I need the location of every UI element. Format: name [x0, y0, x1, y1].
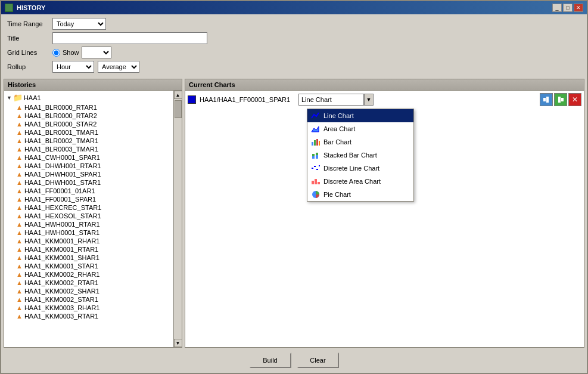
chart-remove-button[interactable]: ✕	[568, 93, 581, 106]
svg-rect-5	[312, 142, 313, 146]
svg-rect-3	[558, 97, 561, 103]
tree-item-icon: ▲	[16, 104, 23, 111]
time-range-select[interactable]: Today Last Hour Last Day Last Week	[52, 18, 106, 30]
list-item[interactable]: ▲ HAA1_BLR0002_TMAR1	[4, 137, 173, 145]
tree-item-label: HAA1_KKM0003_RTAR1	[24, 313, 98, 320]
list-item[interactable]: ▲ HAA1_KKM0001_RHAR1	[4, 237, 173, 245]
dropdown-option-label: Pie Chart	[323, 191, 351, 198]
scroll-down-button[interactable]: ▼	[174, 339, 182, 347]
list-item[interactable]: ▲ HAA1_KKM0001_RTAR1	[4, 245, 173, 254]
scroll-up-button[interactable]: ▲	[174, 91, 182, 99]
dropdown-option-stacked-bar-chart[interactable]: Stacked Bar Chart	[307, 149, 413, 162]
tree-item-label: HAA1_KKM0003_RHAR1	[24, 304, 100, 311]
chart-prev-button[interactable]	[540, 93, 553, 106]
list-item[interactable]: ▲ HAA1_KKM0003_RHAR1	[4, 304, 173, 312]
list-item[interactable]: ▲ HAA1_CWH0001_SPAR1	[4, 153, 173, 162]
rollup-agg-select[interactable]: Average Min Max Sum	[98, 61, 139, 73]
window-icon	[5, 4, 13, 12]
list-item[interactable]: ▲ HAA1_FF00001_SPAR1	[4, 195, 173, 203]
tree-item-icon: ▲	[16, 271, 23, 278]
folder-icon: 📁	[13, 93, 23, 102]
show-radio-group: Show	[52, 47, 111, 58]
chart-color-box	[188, 95, 196, 104]
list-item[interactable]: ▲ HAA1_BLR0003_TMAR1	[4, 145, 173, 153]
scroll-thumb[interactable]	[175, 100, 182, 118]
tree-item-icon: ▲	[16, 313, 23, 320]
svg-rect-17	[312, 181, 314, 184]
list-item[interactable]: ▲ HAA1_HEXCREC_STAR1	[4, 203, 173, 212]
tree-item-icon: ▲	[16, 204, 23, 211]
left-scrollbar[interactable]: ▲ ▼	[173, 91, 182, 347]
area-chart-icon	[311, 124, 321, 134]
tree-root-haa1[interactable]: ▼ 📁 HAA1	[4, 92, 173, 103]
title-bar-controls: _ □ ✕	[552, 4, 583, 12]
list-item[interactable]: ▲ HAA1_KKM0002_STAR1	[4, 295, 173, 304]
list-item[interactable]: ▲ HAA1_KKM0002_SHAR1	[4, 287, 173, 295]
close-button[interactable]: ✕	[574, 4, 583, 12]
clear-button[interactable]: Clear	[297, 353, 339, 368]
chart-next-button[interactable]	[554, 93, 567, 106]
tree-item-label: HAA1_BLR0003_TMAR1	[24, 146, 98, 153]
tree-item-label: HAA1_KKM0001_RTAR1	[24, 246, 98, 253]
time-range-row: Time Range Today Last Hour Last Day Last…	[7, 18, 581, 30]
dropdown-option-discrete-line-chart[interactable]: Discrete Line Chart	[307, 162, 413, 175]
tree-item-icon: ▲	[16, 212, 23, 220]
tree-item-label: HAA1_DHWH001_SPAR1	[24, 171, 101, 178]
list-item[interactable]: ▲ HAA1_DHWH001_STAR1	[4, 178, 173, 187]
chart-type-display[interactable]: Line Chart	[298, 94, 364, 106]
tree-item-label: HAA1_HEXOSOL_STAR1	[24, 212, 101, 220]
tree-item-label: HAA1_BLR0000_STAR2	[24, 120, 97, 128]
svg-rect-2	[561, 98, 564, 101]
list-item[interactable]: ▲ HAA1_BLR0000_RTAR1	[4, 103, 173, 112]
chart-type-dropdown: Line Chart Area Chart	[307, 109, 414, 202]
dropdown-option-line-chart[interactable]: Line Chart	[307, 109, 413, 122]
list-item[interactable]: ▲ HAA1_KKM0002_RHAR1	[4, 270, 173, 279]
dropdown-option-area-chart[interactable]: Area Chart	[307, 122, 413, 135]
tree-item-icon: ▲	[16, 162, 23, 169]
tree-area[interactable]: ▼ 📁 HAA1 ▲ HAA1_BLR0000_RTAR1 ▲ HAA1_BLR…	[4, 91, 173, 347]
tree-item-label: HAA1_KKM0001_RHAR1	[24, 237, 100, 245]
build-button[interactable]: Build	[250, 353, 291, 368]
list-item[interactable]: ▲ HAA1_DHWH001_SPAR1	[4, 170, 173, 178]
discrete-area-chart-icon	[311, 177, 321, 186]
svg-rect-1	[546, 97, 549, 103]
gridlines-select[interactable]	[82, 47, 111, 58]
list-item[interactable]: ▲ HAA1_FF00001_01AR1	[4, 187, 173, 195]
rollup-label: Rollup	[7, 63, 49, 70]
tree-item-icon: ▲	[16, 304, 23, 311]
minimize-button[interactable]: _	[552, 4, 562, 12]
chart-type-dropdown-button[interactable]: ▼	[364, 94, 374, 106]
rollup-period-select[interactable]: Hour Minute Day	[52, 61, 94, 73]
title-label: Title	[7, 35, 49, 42]
list-item[interactable]: ▲ HAA1_KKM0002_RTAR1	[4, 279, 173, 287]
dropdown-option-bar-chart[interactable]: Bar Chart	[307, 135, 413, 149]
dropdown-option-discrete-area-chart[interactable]: Discrete Area Chart	[307, 175, 413, 188]
list-item[interactable]: ▲ HAA1_BLR0001_TMAR1	[4, 128, 173, 137]
list-item[interactable]: ▲ HAA1_BLR0000_STAR2	[4, 120, 173, 128]
list-item[interactable]: ▲ HAA1_HEXOSOL_STAR1	[4, 212, 173, 220]
line-chart-icon	[311, 111, 321, 120]
current-charts-panel: Current Charts HAA1/HAA1_FF00001_SPAR1 L…	[185, 79, 584, 348]
dropdown-option-label: Bar Chart	[323, 138, 351, 146]
tree-item-label: HAA1_KKM0001_STAR1	[24, 262, 98, 270]
list-item[interactable]: ▲ HAA1_KKM0001_STAR1	[4, 262, 173, 270]
list-item[interactable]: ▲ HAA1_HWH0001_STAR1	[4, 228, 173, 237]
tree-item-label: HAA1_KKM0002_SHAR1	[24, 288, 99, 295]
title-bar: HISTORY _ □ ✕	[1, 1, 587, 14]
dropdown-option-pie-chart[interactable]: Pie Chart	[307, 188, 413, 201]
list-item[interactable]: ▲ HAA1_KKM0001_SHAR1	[4, 254, 173, 262]
list-item[interactable]: ▲ HAA1_BLR0000_RTAR2	[4, 112, 173, 120]
maximize-button[interactable]: □	[563, 4, 573, 12]
list-item[interactable]: ▲ HAA1_HWH0001_RTAR1	[4, 220, 173, 228]
list-item[interactable]: ▲ HAA1_KKM0003_RTAR1	[4, 312, 173, 320]
bottom-bar: Build Clear	[1, 348, 587, 373]
title-input[interactable]	[52, 32, 207, 44]
list-item[interactable]: ▲ HAA1_DHWH001_RTAR1	[4, 162, 173, 170]
svg-rect-11	[316, 155, 318, 159]
tree-item-icon: ▲	[16, 254, 23, 261]
svg-rect-18	[315, 179, 317, 184]
dropdown-option-label: Area Chart	[323, 125, 355, 132]
show-radio[interactable]	[52, 49, 60, 57]
discrete-line-chart-icon	[311, 163, 321, 173]
tree-item-label: HAA1_KKM0001_SHAR1	[24, 254, 99, 261]
